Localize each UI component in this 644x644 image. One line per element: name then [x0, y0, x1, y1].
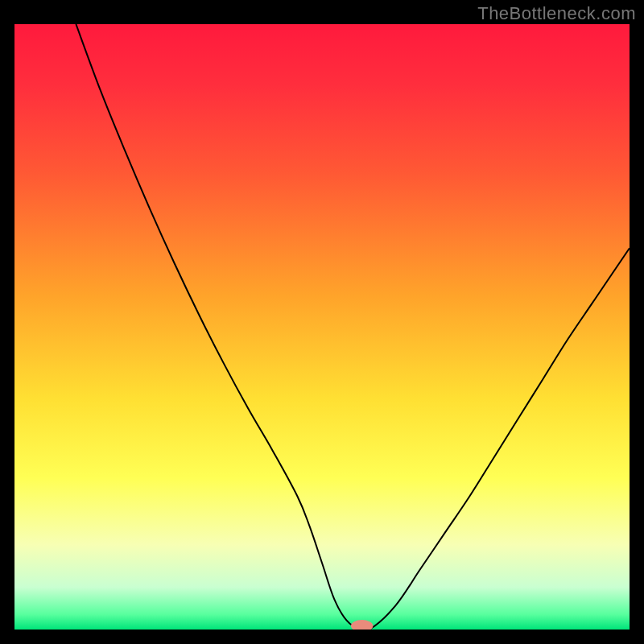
chart-background: [14, 24, 630, 630]
watermark-text: TheBottleneck.com: [477, 3, 636, 24]
plot-area: [14, 24, 630, 630]
chart-svg: [14, 24, 630, 630]
chart-frame: TheBottleneck.com: [0, 0, 644, 644]
